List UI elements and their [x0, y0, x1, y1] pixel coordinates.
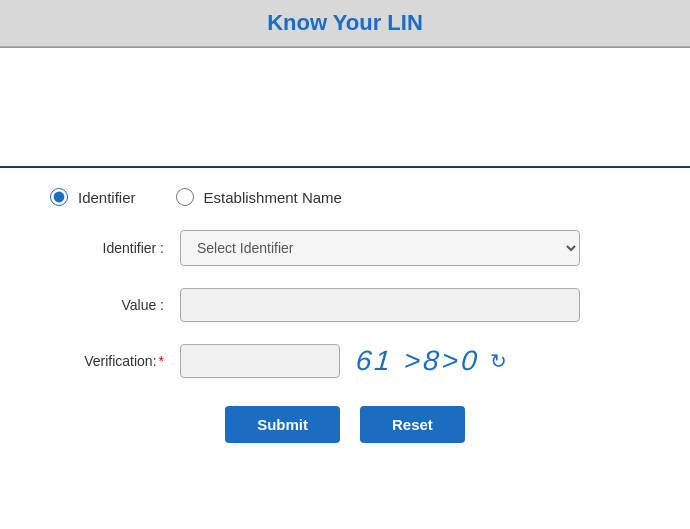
value-input[interactable] — [180, 288, 580, 322]
radio-establishment-option[interactable]: Establishment Name — [176, 188, 342, 206]
value-row: Value : — [40, 288, 650, 322]
radio-establishment-label: Establishment Name — [204, 189, 342, 206]
captcha-text: 61 >8>0 — [355, 345, 482, 377]
button-row: Submit Reset — [40, 406, 650, 443]
radio-identifier-label: Identifier — [78, 189, 136, 206]
banner-area — [0, 48, 690, 168]
identifier-row: Identifier : Select Identifier PAN Aadha… — [40, 230, 650, 266]
page-title: Know Your LIN — [267, 10, 423, 35]
verification-row: Verification:* 61 >8>0 ↻ — [40, 344, 650, 378]
verification-label: Verification:* — [50, 353, 180, 369]
captcha-container: 61 >8>0 ↻ — [356, 345, 507, 377]
reset-button[interactable]: Reset — [360, 406, 465, 443]
captcha-refresh-icon[interactable]: ↻ — [490, 349, 507, 373]
required-star: * — [159, 353, 164, 369]
verification-input[interactable] — [180, 344, 340, 378]
page-header: Know Your LIN — [0, 0, 690, 47]
radio-group: Identifier Establishment Name — [40, 188, 650, 206]
value-label: Value : — [50, 297, 180, 313]
radio-identifier-option[interactable]: Identifier — [50, 188, 136, 206]
submit-button[interactable]: Submit — [225, 406, 340, 443]
radio-identifier-input[interactable] — [50, 188, 68, 206]
identifier-label: Identifier : — [50, 240, 180, 256]
radio-establishment-input[interactable] — [176, 188, 194, 206]
identifier-select[interactable]: Select Identifier PAN Aadhar Mobile — [180, 230, 580, 266]
form-container: Identifier Establishment Name Identifier… — [0, 168, 690, 463]
